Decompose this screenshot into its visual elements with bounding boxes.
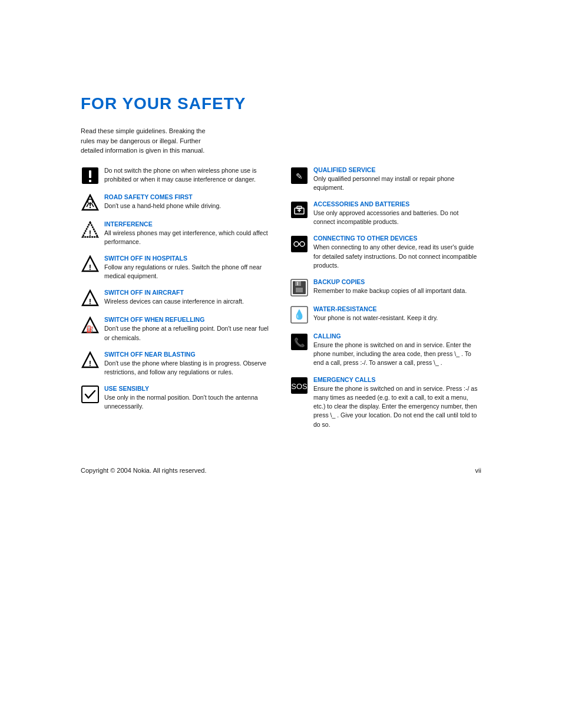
connecting-icon <box>290 235 309 253</box>
emergency-title: EMERGENCY CALLS <box>313 376 481 383</box>
use-sensibly-desc: Use only in the normal position. Don't t… <box>104 393 272 411</box>
page: FOR YOUR SAFETY Read these simple guidel… <box>81 0 481 515</box>
hospitals-title: SWITCH OFF IN HOSPITALS <box>104 255 272 262</box>
hospitals-icon: ! <box>81 255 100 274</box>
svg-text:!: ! <box>89 200 92 210</box>
list-item: CONNECTING TO OTHER DEVICES When connect… <box>290 235 481 270</box>
svg-text:SOS: SOS <box>291 382 308 391</box>
hospitals-desc: Follow any regulations or rules. Switch … <box>104 263 272 281</box>
qualified-service-title: QUALIFIED SERVICE <box>313 166 481 173</box>
refuelling-icon: ⛽ <box>81 316 100 335</box>
interference-desc: All wireless phones may get interference… <box>104 229 272 246</box>
list-item: ! SWITCH OFF IN HOSPITALS Follow any reg… <box>81 255 272 281</box>
accessories-content: ACCESSORIES AND BATTERIES Use only appro… <box>313 200 481 226</box>
qualified-service-icon: ✎ <box>290 166 309 185</box>
page-title: FOR YOUR SAFETY <box>81 94 481 113</box>
aircraft-title: SWITCH OFF IN AIRCRAFT <box>104 289 272 296</box>
svg-line-7 <box>92 204 94 207</box>
list-item: BACKUP COPIES Remember to make backup co… <box>290 278 481 297</box>
svg-text:📞: 📞 <box>294 337 305 348</box>
list-item: ✎ QUALIFIED SERVICE Only qualified perso… <box>290 166 481 192</box>
accessories-desc: Use only approved accessories and batter… <box>313 209 481 226</box>
blasting-title: SWITCH OFF NEAR BLASTING <box>104 351 272 358</box>
interference-icon: ! <box>81 220 100 239</box>
use-sensibly-title: USE SENSIBLY <box>104 385 272 392</box>
svg-line-6 <box>87 204 88 207</box>
water-resistance-icon: 💧 <box>290 305 309 324</box>
interference-title: INTERFERENCE <box>104 220 272 228</box>
backup-desc: Remember to make backup copies of all im… <box>313 286 481 295</box>
connecting-content: CONNECTING TO OTHER DEVICES When connect… <box>313 235 481 270</box>
accessories-title: ACCESSORIES AND BATTERIES <box>313 200 481 207</box>
road-safety-content: ROAD SAFETY COMES FIRST Don't use a hand… <box>104 193 272 210</box>
connecting-desc: When connecting to any other device, rea… <box>313 243 481 270</box>
no-switch-content: Do not switch the phone on when wireless… <box>104 166 272 184</box>
svg-text:!: ! <box>89 263 91 272</box>
calling-content: CALLING Ensure the phone is switched on … <box>313 332 481 368</box>
refuelling-title: SWITCH OFF WHEN REFUELLING <box>104 316 272 323</box>
list-item: 📞 CALLING Ensure the phone is switched o… <box>290 332 481 368</box>
svg-text:!: ! <box>89 229 91 238</box>
use-sensibly-content: USE SENSIBLY Use only in the normal posi… <box>104 385 272 411</box>
aircraft-desc: Wireless devices can cause interference … <box>104 297 272 306</box>
svg-text:!: ! <box>89 297 91 306</box>
content-columns: Do not switch the phone on when wireless… <box>81 166 481 437</box>
intro-text: Read these simple guidelines. Breaking t… <box>81 126 210 156</box>
water-desc: Your phone is not water-resistant. Keep … <box>313 314 481 322</box>
footer: Copyright © 2004 Nokia. All rights reser… <box>81 461 481 480</box>
footer-page-number: vii <box>475 467 481 474</box>
blasting-desc: Don't use the phone where blasting is in… <box>104 359 272 377</box>
svg-text:⛽: ⛽ <box>86 325 94 333</box>
water-content: WATER-RESISTANCE Your phone is not water… <box>313 305 481 322</box>
refuelling-content: SWITCH OFF WHEN REFUELLING Don't use the… <box>104 316 272 342</box>
backup-content: BACKUP COPIES Remember to make backup co… <box>313 278 481 295</box>
svg-rect-1 <box>89 170 91 178</box>
right-column: ✎ QUALIFIED SERVICE Only qualified perso… <box>290 166 481 437</box>
svg-rect-33 <box>296 288 303 292</box>
list-item: ! ROAD SAFETY COMES FIRST Don't use a ha… <box>81 193 272 212</box>
list-item: ! SWITCH OFF IN AIRCRAFT Wireless device… <box>81 289 272 308</box>
exclamation-square-icon <box>81 166 100 185</box>
svg-text:✎: ✎ <box>296 172 303 181</box>
list-item: ! INTERFERENCE All wireless phones may g… <box>81 220 272 246</box>
backup-icon <box>290 278 309 297</box>
svg-rect-2 <box>89 180 91 182</box>
aircraft-content: SWITCH OFF IN AIRCRAFT Wireless devices … <box>104 289 272 306</box>
list-item: ! SWITCH OFF NEAR BLASTING Don't use the… <box>81 351 272 377</box>
calling-icon: 📞 <box>290 332 309 351</box>
qualified-service-content: QUALIFIED SERVICE Only qualified personn… <box>313 166 481 192</box>
list-item: 💧 WATER-RESISTANCE Your phone is not wat… <box>290 305 481 324</box>
road-safety-desc: Don't use a hand-held phone while drivin… <box>104 202 272 210</box>
svg-rect-34 <box>297 282 298 285</box>
hospitals-content: SWITCH OFF IN HOSPITALS Follow any regul… <box>104 255 272 281</box>
left-column: Do not switch the phone on when wireless… <box>81 166 272 437</box>
svg-rect-18 <box>82 386 98 403</box>
calling-title: CALLING <box>313 332 481 340</box>
use-sensibly-icon <box>81 385 100 404</box>
list-item: SOS EMERGENCY CALLS Ensure the phone is … <box>290 376 481 429</box>
water-title: WATER-RESISTANCE <box>313 305 481 312</box>
emergency-desc: Ensure the phone is switched on and in s… <box>313 384 481 429</box>
road-safety-icon: ! <box>81 193 100 212</box>
aircraft-icon: ! <box>81 289 100 308</box>
footer-copyright: Copyright © 2004 Nokia. All rights reser… <box>81 467 207 474</box>
interference-content: INTERFERENCE All wireless phones may get… <box>104 220 272 246</box>
blasting-content: SWITCH OFF NEAR BLASTING Don't use the p… <box>104 351 272 377</box>
refuelling-desc: Don't use the phone at a refuelling poin… <box>104 324 272 342</box>
connecting-title: CONNECTING TO OTHER DEVICES <box>313 235 481 242</box>
backup-title: BACKUP COPIES <box>313 278 481 285</box>
list-item: USE SENSIBLY Use only in the normal posi… <box>81 385 272 411</box>
blasting-icon: ! <box>81 351 100 370</box>
no-switch-desc: Do not switch the phone on when wireless… <box>104 166 272 184</box>
list-item: Do not switch the phone on when wireless… <box>81 166 272 185</box>
emergency-icon: SOS <box>290 376 309 395</box>
svg-text:!: ! <box>89 359 91 368</box>
emergency-content: EMERGENCY CALLS Ensure the phone is swit… <box>313 376 481 429</box>
qualified-service-desc: Only qualified personnel may install or … <box>313 174 481 192</box>
svg-text:💧: 💧 <box>293 309 305 320</box>
calling-desc: Ensure the phone is switched on and in s… <box>313 341 481 368</box>
accessories-icon <box>290 200 309 219</box>
list-item: ⛽ SWITCH OFF WHEN REFUELLING Don't use t… <box>81 316 272 342</box>
road-safety-title: ROAD SAFETY COMES FIRST <box>104 193 272 200</box>
list-item: ACCESSORIES AND BATTERIES Use only appro… <box>290 200 481 226</box>
